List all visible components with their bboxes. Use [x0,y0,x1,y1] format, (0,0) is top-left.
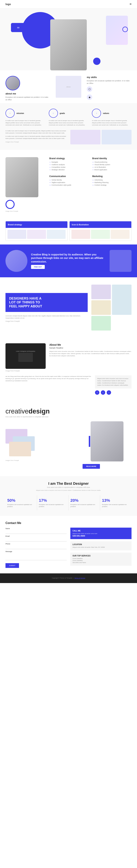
bi-icon-3 [111,230,130,239]
creative-title-bold: design [28,407,50,415]
values-text: In mollis nunc sed id semper risus in he… [92,120,132,126]
creative-design-section: creativedesign Duis aute irure dolor in … [0,400,137,476]
stat-item-2: 17% Excepteur sint occaecat cupidatat no… [37,495,69,510]
read-more-button[interactable]: READ MORE [83,464,100,469]
skills-title: my skills [87,76,132,79]
marketing-item: Marketing Advertising Marketing Planning… [92,175,132,187]
about-device-image: device [56,76,81,98]
skills-text: Excepteur sint occaecat cupidatat non pr… [87,80,132,85]
logo[interactable]: logo [5,3,11,6]
brand-strategy-card: Brand strategy [5,221,67,241]
creative-images-col: Images from Freepik [5,429,79,461]
services-grid-col: Brand strategy Navigate Audience analysi… [49,157,132,187]
bi-icon-2 [91,230,110,239]
bs-icon-3 [47,230,65,239]
about2-text: Aliquet enim tortor at auctor urna nunc.… [49,350,132,357]
affiliate-button[interactable]: FIND OUT [31,265,45,269]
form-input-phone[interactable] [5,546,67,549]
designers-section: DESIGNERS HAVE A LOT OF THINGS TO FEEL H… [0,277,137,338]
service-list-item: Content strategy [92,184,132,186]
submit-button[interactable]: SUBMIT [5,563,19,568]
footer: Copyright © Theme of Template | Terms of… [0,574,137,583]
best-text: Aliquet enim tortor at auctor urna nunc … [5,489,132,492]
services-box: OUR TOP SERVICES Cloud Satellites Cloud … [70,553,132,566]
call-me-box: CALL ME Aliquet enim tortor at auctor ur… [70,528,132,539]
brand-identity-title: Brand identity [92,157,132,160]
mgv-extra-text: In mollis nunc sed id semper risus in he… [5,135,67,140]
brand-identity-card-title: Icon & illustration [70,221,131,228]
service-list-item: Audience analysis [49,164,89,165]
form-input-email[interactable] [5,538,67,541]
designers-left-col: DESIGNERS HAVE A LOT OF THINGS TO FEEL H… [5,293,88,322]
mgv-top-row: ○ mission In mollis nunc sed id semper r… [5,108,132,126]
creative-person-image [91,421,124,461]
mgv-bottom-left: In mollis nunc sed id semper risus in he… [5,130,67,145]
services-person-image [5,157,38,197]
brand-identity-card: Icon & illustration [70,221,132,241]
skill-icon-1: ⬡ [87,86,92,92]
service-list-item: Tagline exploration [49,182,89,183]
service-list-item: Strategic direction [49,169,89,170]
menu-icon[interactable]: ≡ [130,2,132,6]
stat-number-1: 50% [7,498,35,503]
location-title: LOCATION [73,544,129,546]
mgv-bottom-row: In mollis nunc sed id semper risus in he… [5,130,132,145]
skill-icon-2: ◈ [87,94,92,100]
about2-bottom-row: we are thing read those after going down… [5,375,132,395]
affiliate-right-image [110,250,132,272]
facebook-icon[interactable]: f [95,390,99,395]
about2-quote-col: Aliquet enim tortor at auctor urna nunc … [95,375,132,395]
about-me-text: Excepteur sint occaecat cupidatat non pr… [5,96,50,101]
form-label-phone: Phone [5,543,67,545]
affiliate-banner: Creative Blog is supported by its audien… [0,245,137,277]
twitter-icon[interactable]: t [101,390,105,395]
about-me-col: about me Excepteur sint occaecat cupidat… [5,76,50,101]
mgv-images [70,130,132,145]
hero-caption: Image from Freepik [62,68,75,70]
call-me-title: CALL ME [73,530,129,532]
designers-caption: Image from Freepik [5,320,88,322]
mgv-image-1 [70,130,101,145]
creative-caption: Images from Freepik [5,460,79,461]
best-title: I am The Best Designer [5,482,132,486]
services-title: OUR TOP SERVICES [73,555,129,557]
bs-icon-1 [7,230,26,239]
designers-collage [91,285,132,331]
about2-text-col: About Me Sample Headline Aliquet enim to… [49,343,132,372]
form-input-message[interactable] [5,553,67,560]
contact-form: Name Email Phone Message SUBMIT [5,528,67,568]
goals-text: In mollis nunc sed id semper risus in he… [49,120,88,126]
bi-icon-1 [72,230,90,239]
affiliate-title: Creative Blog is supported by its audien… [31,253,106,264]
stat-label-4: Excepteur sint occaecat cupidatat non pr… [102,503,130,507]
mission-label: mission [17,112,24,114]
instagram-icon[interactable]: i [107,390,111,395]
services-person-col: Image from Freepik [5,157,46,212]
brand-strategy-card-title: Brand strategy [6,221,67,228]
brand-strategy-item: Brand strategy Navigate Audience analysi… [49,157,89,172]
service-list-item: Communication style guide [49,184,89,186]
form-input-name[interactable] [5,530,67,534]
terms-link[interactable]: Terms of Service [74,577,85,579]
about-avatar [5,76,20,90]
form-label-message: Message [5,551,67,552]
values-circle: ○ [92,108,101,118]
values-col: ○ values In mollis nunc sed id semper ri… [92,108,132,126]
location-box: LOCATION Aliquet enim tortor at auctor. … [70,541,132,550]
affiliate-person-image [5,250,27,272]
form-row-name: Name [5,528,67,534]
collage-item-3 [91,300,111,315]
communication-item: Communication Verbal identity Tagline ex… [49,175,89,187]
best-subtitle: Duis aute irure dolor in reprehenderit i… [5,487,132,488]
hero-section: ∞ Image from Freepik [0,8,137,70]
services-section: Image from Freepik Brand strategy Naviga… [0,150,137,219]
creative-btn-row: READ MORE [83,464,132,469]
hero-infinity-icon: ∞ [11,23,26,32]
stat-number-4: 13% [102,498,130,503]
form-label-email: Email [5,535,67,537]
call-phone: 530-591-0600 [73,535,129,537]
form-label-name: Name [5,528,67,529]
form-row-email: Email [5,535,67,541]
marketing-title: Marketing [92,175,132,178]
mission-circle: ○ [5,108,15,118]
